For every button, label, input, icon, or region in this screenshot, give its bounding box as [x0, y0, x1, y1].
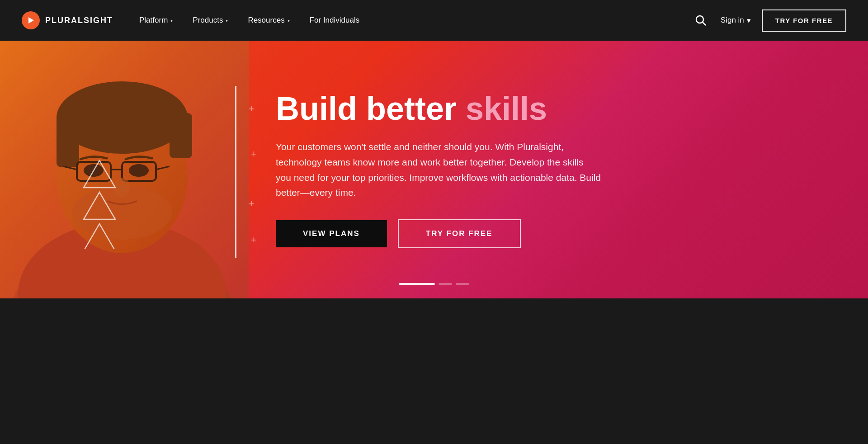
deco-plus-9: +	[251, 149, 257, 159]
nav-try-free-button[interactable]: TRY FOR FREE	[762, 9, 846, 32]
slide-dot-2[interactable]	[439, 283, 452, 285]
slide-indicator	[399, 283, 469, 285]
logo[interactable]: PLURALSIGHT	[22, 11, 113, 29]
navbar: PLURALSIGHT Platform ▾ Products ▾ Resour…	[0, 0, 868, 41]
nav-for-individuals[interactable]: For Individuals	[302, 0, 368, 41]
nav-links: Platform ▾ Products ▾ Resources ▾ For In…	[131, 0, 692, 41]
deco-plus-11: +	[251, 235, 257, 245]
slide-dot-3[interactable]	[456, 283, 469, 285]
nav-platform[interactable]: Platform ▾	[131, 0, 181, 41]
platform-chevron-icon: ▾	[170, 18, 173, 23]
slide-dot-active[interactable]	[399, 283, 435, 285]
signin-chevron-icon: ▾	[747, 16, 751, 25]
bottom-section	[0, 298, 868, 444]
svg-marker-22	[84, 192, 115, 219]
logo-text: PLURALSIGHT	[45, 16, 113, 25]
deco-plus-10: +	[249, 199, 255, 209]
hero-title: Build better skills	[276, 91, 841, 127]
svg-line-2	[703, 22, 706, 25]
nav-right: Sign in ▾ TRY FOR FREE	[692, 9, 846, 32]
hero-try-free-button[interactable]: TRY FOR FREE	[398, 219, 521, 248]
triangle-decorations	[81, 158, 118, 250]
logo-icon	[22, 11, 40, 29]
hero-description: Your customers won't settle and neither …	[276, 139, 601, 200]
svg-rect-20	[0, 41, 249, 298]
products-chevron-icon: ▾	[226, 18, 228, 23]
signin-button[interactable]: Sign in ▾	[721, 16, 751, 25]
hero-section: + + + + + + + + + + +	[0, 41, 868, 298]
view-plans-button[interactable]: VIEW PLANS	[276, 220, 387, 247]
hero-divider-line	[235, 86, 236, 258]
svg-marker-21	[84, 161, 115, 188]
nav-resources[interactable]: Resources ▾	[240, 0, 297, 41]
search-button[interactable]	[692, 11, 710, 29]
svg-marker-0	[28, 17, 34, 24]
hero-content: Build better skills Your customers won't…	[258, 41, 868, 298]
hero-buttons: VIEW PLANS TRY FOR FREE	[276, 219, 841, 248]
nav-products[interactable]: Products ▾	[184, 0, 236, 41]
hero-person-image	[0, 41, 249, 298]
svg-marker-23	[84, 224, 115, 249]
resources-chevron-icon: ▾	[288, 18, 290, 23]
svg-point-1	[696, 16, 703, 23]
deco-plus-8: +	[249, 104, 255, 114]
